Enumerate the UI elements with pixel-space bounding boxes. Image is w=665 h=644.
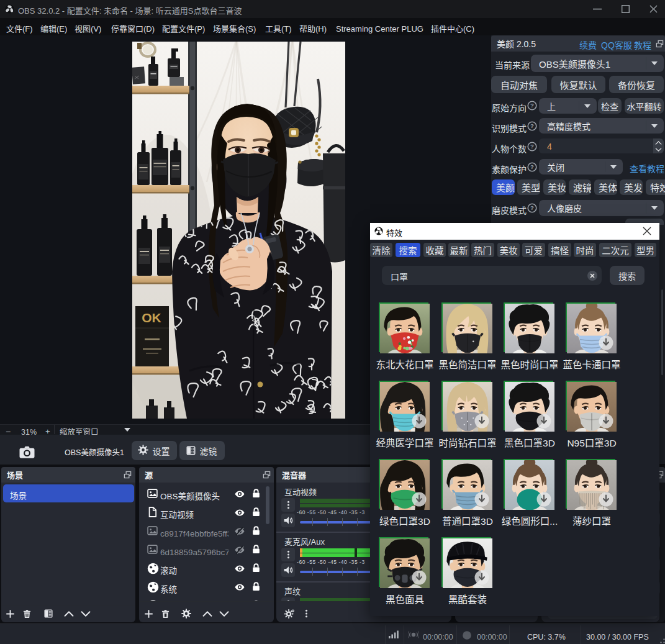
svg-text:OK: OK: [142, 311, 161, 325]
svg-text:?: ?: [530, 122, 534, 129]
svg-text:?: ?: [530, 102, 534, 109]
svg-text:?: ?: [530, 143, 534, 150]
svg-text:?: ?: [530, 163, 534, 170]
svg-text:?: ?: [530, 204, 534, 211]
